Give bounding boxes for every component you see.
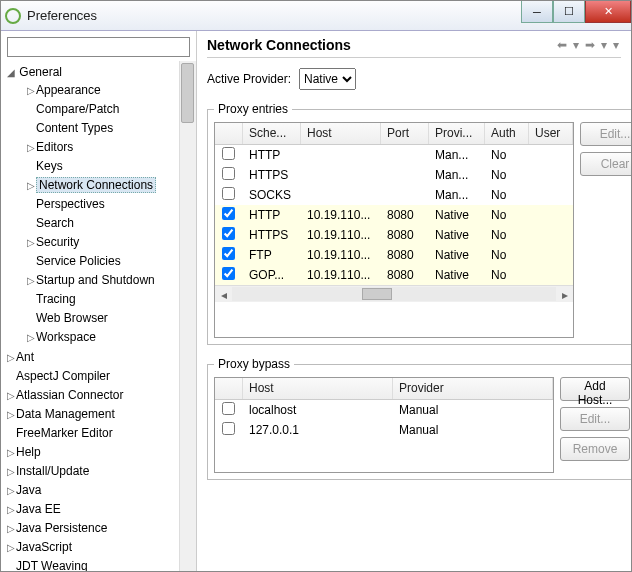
row-checkbox[interactable] [222,422,235,435]
scroll-right-icon[interactable]: ▸ [556,286,573,303]
tree-node[interactable]: Content Types [21,119,196,138]
cell-host [301,192,381,198]
tree-node[interactable]: ▷Java [1,481,196,500]
expand-icon[interactable]: ▷ [25,329,36,346]
tree-node[interactable]: ▷Data Management [1,405,196,424]
tree-node[interactable]: AspectJ Compiler [1,367,196,386]
maximize-button[interactable]: ☐ [553,1,585,23]
table-row[interactable]: HTTPS10.19.110...8080NativeNo [215,225,573,245]
page-header: Network Connections ⬅▾ ➡▾ ▾ [207,37,621,53]
table-row[interactable]: FTP10.19.110...8080NativeNo [215,245,573,265]
preferences-tree[interactable]: ◢ General ▷AppearanceCompare/PatchConten… [1,61,196,571]
nav-forward-icon[interactable]: ➡ [583,38,597,52]
table-row[interactable]: HTTP10.19.110...8080NativeNo [215,205,573,225]
tree-node-general[interactable]: ◢ General ▷AppearanceCompare/PatchConten… [1,63,196,348]
row-checkbox[interactable] [222,167,235,180]
expand-icon[interactable]: ▷ [5,520,16,537]
tree-scrollbar[interactable] [179,61,196,571]
nav-back-icon[interactable]: ⬅ [555,38,569,52]
col-bypass-provider[interactable]: Provider [393,378,553,399]
proxy-hscroll[interactable]: ◂ ▸ [215,285,573,302]
row-checkbox[interactable] [222,207,235,220]
nav-back-menu[interactable]: ▾ [571,38,581,52]
expand-icon[interactable]: ▷ [25,177,36,194]
table-row[interactable]: SOCKSMan...No [215,185,573,205]
tree-node[interactable]: ▷Workspace [21,328,196,347]
bypass-edit-button[interactable]: Edit... [560,407,630,431]
expand-icon[interactable]: ▷ [5,349,16,366]
tree-node[interactable]: ▷Atlassian Connector [1,386,196,405]
tree-node[interactable]: ▷Java EE [1,500,196,519]
proxy-edit-button[interactable]: Edit... [580,122,631,146]
tree-node[interactable]: ▷Install/Update [1,462,196,481]
col-host[interactable]: Host [301,123,381,144]
expand-icon[interactable]: ▷ [5,406,16,423]
collapse-icon[interactable]: ◢ [5,64,16,81]
nav-forward-menu[interactable]: ▾ [599,38,609,52]
proxy-bypass-legend: Proxy bypass [214,357,294,371]
expand-icon[interactable]: ▷ [5,539,16,556]
tree-node[interactable]: ▷Startup and Shutdown [21,271,196,290]
row-checkbox[interactable] [222,187,235,200]
tree-node[interactable]: JDT Weaving [1,557,196,571]
proxy-entries-table[interactable]: Sche... Host Port Provi... Auth User HTT… [214,122,574,338]
tree-node[interactable]: Web Browser [21,309,196,328]
col-port[interactable]: Port [381,123,429,144]
nav-menu-icon[interactable]: ▾ [611,38,621,52]
tree-node[interactable]: Tracing [21,290,196,309]
tree-node[interactable]: Compare/Patch [21,100,196,119]
expand-icon[interactable]: ▷ [25,272,36,289]
col-bypass-host[interactable]: Host [243,378,393,399]
tree-node[interactable]: ▷Ant [1,348,196,367]
tree-node[interactable]: Keys [21,157,196,176]
active-provider-select[interactable]: Native [299,68,356,90]
cell-scheme: HTTP [243,145,301,165]
table-row[interactable]: localhostManual [215,400,553,420]
expand-icon[interactable]: ▷ [5,501,16,518]
tree-node[interactable]: ▷Network Connections [21,176,196,195]
tree-node[interactable]: Service Policies [21,252,196,271]
col-user[interactable]: User [529,123,573,144]
proxy-bypass-table[interactable]: Host Provider localhostManual127.0.0.1Ma… [214,377,554,473]
tree-label: Network Connections [36,177,156,193]
tree-node[interactable]: ▷Appearance [21,81,196,100]
table-row[interactable]: HTTPSMan...No [215,165,573,185]
table-row[interactable]: HTTPMan...No [215,145,573,165]
expand-icon[interactable]: ▷ [5,482,16,499]
cell-host: 10.19.110... [301,265,381,285]
tree-node[interactable]: ▷Security [21,233,196,252]
tree-node[interactable]: Perspectives [21,195,196,214]
col-provider[interactable]: Provi... [429,123,485,144]
expand-icon[interactable]: ▷ [5,463,16,480]
row-checkbox[interactable] [222,247,235,260]
table-row[interactable]: GOP...10.19.110...8080NativeNo [215,265,573,285]
row-checkbox[interactable] [222,267,235,280]
cell-provider: Man... [429,165,485,185]
expand-icon[interactable]: ▷ [25,82,36,99]
bypass-add-button[interactable]: Add Host... [560,377,630,401]
proxy-clear-button[interactable]: Clear [580,152,631,176]
expand-icon[interactable]: ▷ [5,387,16,404]
tree-node[interactable]: ▷Editors [21,138,196,157]
expand-icon[interactable]: ▷ [25,139,36,156]
expand-icon[interactable]: ▷ [5,444,16,461]
col-scheme[interactable]: Sche... [243,123,301,144]
hscroll-thumb[interactable] [362,288,392,300]
expand-icon[interactable]: ▷ [25,234,36,251]
minimize-button[interactable]: ─ [521,1,553,23]
scroll-left-icon[interactable]: ◂ [215,286,232,303]
bypass-remove-button[interactable]: Remove [560,437,630,461]
scrollbar-thumb[interactable] [181,63,194,123]
tree-node[interactable]: Search [21,214,196,233]
table-row[interactable]: 127.0.0.1Manual [215,420,553,440]
tree-node[interactable]: ▷Help [1,443,196,462]
row-checkbox[interactable] [222,147,235,160]
filter-input[interactable] [8,38,189,56]
tree-node[interactable]: FreeMarker Editor [1,424,196,443]
row-checkbox[interactable] [222,402,235,415]
tree-node[interactable]: ▷Java Persistence [1,519,196,538]
close-button[interactable]: ✕ [585,1,631,23]
row-checkbox[interactable] [222,227,235,240]
tree-node[interactable]: ▷JavaScript [1,538,196,557]
col-auth[interactable]: Auth [485,123,529,144]
